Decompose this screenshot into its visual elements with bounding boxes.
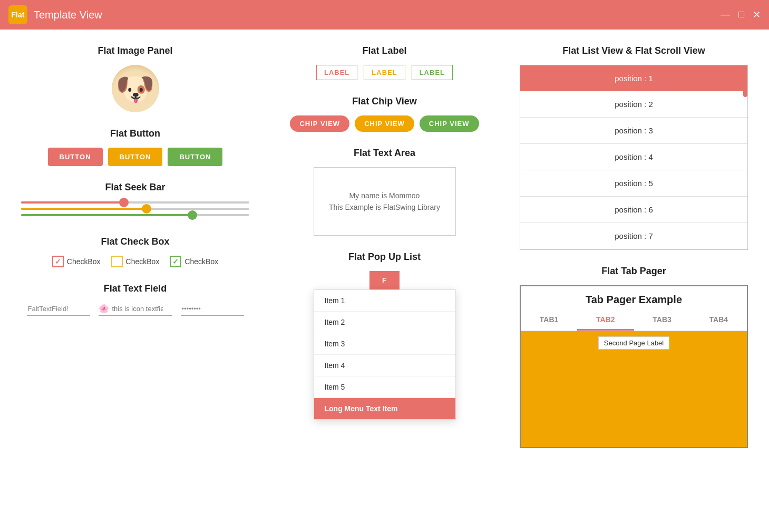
textfield-2-wrap: 🌸 bbox=[99, 303, 172, 316]
column-3: Flat List View & Flat Scroll View positi… bbox=[520, 45, 748, 448]
textarea-line2: This Example is FlatSwing Library bbox=[329, 201, 440, 213]
checkbox-1-box[interactable]: ✓ bbox=[52, 256, 64, 267]
list-view-section: Flat List View & Flat Scroll View positi… bbox=[520, 45, 748, 250]
textfield-row: 🌸 bbox=[21, 303, 249, 316]
tabpager-title: Flat Tab Pager bbox=[520, 266, 748, 277]
label-2: LABEL bbox=[364, 65, 405, 80]
popup-item-4[interactable]: Item 4 bbox=[314, 355, 455, 376]
tab-1[interactable]: TAB1 bbox=[521, 310, 577, 331]
popup-item-5[interactable]: Item 5 bbox=[314, 376, 455, 398]
seek-bar-1-fill bbox=[21, 201, 124, 204]
checkbox-3-box[interactable]: ✓ bbox=[170, 256, 181, 267]
label-section-title: Flat Label bbox=[270, 45, 499, 56]
seek-bar-title: Flat Seek Bar bbox=[21, 182, 249, 193]
seek-bar-3 bbox=[21, 214, 249, 216]
tab-content: Second Page Label bbox=[521, 331, 747, 447]
button-1[interactable]: BUTTON bbox=[48, 148, 103, 166]
minimize-button[interactable]: — bbox=[721, 9, 730, 21]
tab-row: TAB1 TAB2 TAB3 TAB4 bbox=[521, 310, 747, 331]
seek-bar-2 bbox=[21, 208, 249, 210]
checkbox-2[interactable]: CheckBox bbox=[111, 256, 160, 267]
chip-3[interactable]: CHIP VIEW bbox=[420, 115, 479, 132]
seek-bar-2-fill bbox=[21, 208, 147, 210]
tab-2[interactable]: TAB2 bbox=[577, 310, 634, 331]
main-content: Flat Image Panel 🐶 Flat Button BUTTON BU… bbox=[0, 30, 769, 532]
checkbox-1-label: CheckBox bbox=[67, 257, 101, 266]
checkbox-2-label: CheckBox bbox=[126, 257, 160, 266]
textfield-1[interactable] bbox=[27, 303, 90, 316]
checkbox-1[interactable]: ✓ CheckBox bbox=[52, 256, 101, 267]
image-panel-title: Flat Image Panel bbox=[21, 45, 249, 56]
checkbox-row: ✓ CheckBox CheckBox ✓ CheckBox bbox=[21, 256, 249, 267]
tab-content-label: Second Page Label bbox=[598, 336, 669, 350]
seek-bar-3-thumb[interactable] bbox=[188, 210, 197, 220]
tabpager-box: Tab Pager Example TAB1 TAB2 TAB3 TAB4 Se… bbox=[520, 285, 748, 448]
popup-item-2[interactable]: Item 2 bbox=[314, 312, 455, 333]
window-controls[interactable]: — □ ✕ bbox=[721, 9, 761, 21]
chip-section: Flat Chip View CHIP VIEW CHIP VIEW CHIP … bbox=[270, 96, 499, 132]
popup-section-title: Flat Pop Up List bbox=[270, 252, 499, 263]
flat-list[interactable]: position : 1 position : 2 position : 3 p… bbox=[520, 65, 748, 250]
checkbox-3-label: CheckBox bbox=[184, 257, 218, 266]
dog-image: 🐶 bbox=[112, 65, 159, 112]
textfield-3[interactable] bbox=[181, 303, 244, 316]
popup-trigger-button[interactable]: F bbox=[369, 271, 400, 289]
chip-section-title: Flat Chip View bbox=[270, 96, 499, 107]
popup-trigger-row: F bbox=[270, 271, 499, 289]
popup-item-highlight[interactable]: Long Menu Text Item bbox=[314, 398, 455, 419]
checkbox-section: Flat Check Box ✓ CheckBox CheckBox ✓ Che… bbox=[21, 236, 249, 267]
button-section: Flat Button BUTTON BUTTON BUTTON bbox=[21, 128, 249, 166]
list-item-1[interactable]: position : 2 bbox=[520, 91, 747, 118]
tabpager-section: Flat Tab Pager Tab Pager Example TAB1 TA… bbox=[520, 266, 748, 448]
chip-1[interactable]: CHIP VIEW bbox=[290, 115, 349, 132]
seek-bar-3-fill bbox=[21, 214, 192, 216]
seek-bar-1-track[interactable] bbox=[21, 201, 249, 204]
button-2[interactable]: BUTTON bbox=[108, 148, 163, 166]
popup-item-1[interactable]: Item 1 bbox=[314, 290, 455, 312]
textarea-box[interactable]: My name is Mommoo This Example is FlatSw… bbox=[314, 167, 456, 236]
textarea-title: Flat Text Area bbox=[270, 148, 499, 159]
button-row: BUTTON BUTTON BUTTON bbox=[21, 148, 249, 166]
tab-3[interactable]: TAB3 bbox=[634, 310, 690, 331]
checkbox-section-title: Flat Check Box bbox=[21, 236, 249, 247]
close-button[interactable]: ✕ bbox=[753, 9, 761, 21]
seek-bar-2-track[interactable] bbox=[21, 208, 249, 210]
list-scrollbar[interactable] bbox=[743, 65, 747, 97]
list-view-title: Flat List View & Flat Scroll View bbox=[520, 45, 748, 56]
column-2: Flat Label LABEL LABEL LABEL Flat Chip V… bbox=[270, 45, 499, 420]
seek-bar-1-thumb[interactable] bbox=[119, 198, 129, 207]
checkbox-2-box[interactable] bbox=[111, 256, 123, 267]
chip-row: CHIP VIEW CHIP VIEW CHIP VIEW bbox=[270, 115, 499, 132]
button-section-title: Flat Button bbox=[21, 128, 249, 139]
textfield-section: Flat Text Field 🌸 bbox=[21, 283, 249, 316]
list-item-2[interactable]: position : 3 bbox=[520, 118, 747, 144]
popup-list: Item 1 Item 2 Item 3 Item 4 Item 5 Long … bbox=[314, 289, 456, 420]
textarea-section: Flat Text Area My name is Mommoo This Ex… bbox=[270, 148, 499, 236]
tabpager-box-title: Tab Pager Example bbox=[521, 286, 747, 310]
seek-bar-3-track[interactable] bbox=[21, 214, 249, 216]
label-row: LABEL LABEL LABEL bbox=[270, 65, 499, 80]
textfield-icon: 🌸 bbox=[99, 304, 109, 314]
popup-item-3[interactable]: Item 3 bbox=[314, 333, 455, 355]
textarea-line1: My name is Mommoo bbox=[329, 190, 440, 201]
list-item-5[interactable]: position : 6 bbox=[520, 197, 747, 223]
textfield-2[interactable] bbox=[111, 303, 164, 315]
column-1: Flat Image Panel 🐶 Flat Button BUTTON BU… bbox=[21, 45, 249, 316]
checkbox-3[interactable]: ✓ CheckBox bbox=[170, 256, 218, 267]
label-section: Flat Label LABEL LABEL LABEL bbox=[270, 45, 499, 80]
button-3[interactable]: BUTTON bbox=[168, 148, 222, 166]
label-3: LABEL bbox=[412, 65, 453, 80]
chip-2[interactable]: CHIP VIEW bbox=[355, 115, 414, 132]
app-title: Template View bbox=[34, 9, 721, 21]
list-item-0[interactable]: position : 1 bbox=[520, 65, 747, 91]
label-1: LABEL bbox=[316, 65, 357, 80]
seek-bar-2-thumb[interactable] bbox=[142, 204, 151, 214]
list-item-4[interactable]: position : 5 bbox=[520, 170, 747, 197]
list-item-6[interactable]: position : 7 bbox=[520, 223, 747, 249]
tab-4[interactable]: TAB4 bbox=[690, 310, 747, 331]
title-bar: Flat Template View — □ ✕ bbox=[0, 0, 769, 30]
maximize-button[interactable]: □ bbox=[738, 9, 744, 21]
list-item-3[interactable]: position : 4 bbox=[520, 144, 747, 170]
image-panel-section: Flat Image Panel 🐶 bbox=[21, 45, 249, 112]
textfield-title: Flat Text Field bbox=[21, 283, 249, 294]
